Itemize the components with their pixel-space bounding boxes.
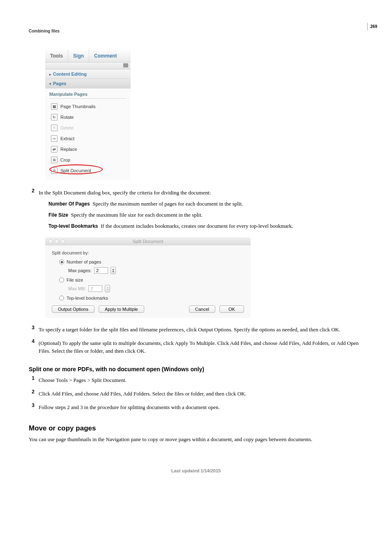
split-document-label: Split Document [60, 168, 91, 173]
tool-delete: ✕Delete [49, 123, 127, 133]
running-header: Combining files [29, 29, 363, 33]
radio-icon [59, 296, 64, 301]
radio-top-level-bookmarks[interactable]: Top-level bookmarks [59, 296, 244, 301]
arrow-right-icon: ▸ [49, 72, 51, 76]
split-no-doc-step-2: 2 Click Add Files, and choose Add Files,… [29, 388, 363, 400]
split-document-icon: ⎘ [51, 167, 58, 174]
tool-crop[interactable]: ⧉Crop [49, 155, 127, 165]
tool-split-document[interactable]: ⎘Split Document [49, 165, 127, 176]
max-mb-stepper: ▲▼ [105, 285, 110, 292]
content-editing-label: Content Editing [53, 72, 87, 76]
step-text: Click Add Files, and choose Add Files, A… [39, 390, 363, 398]
split-no-doc-step-3: 3 Follow steps 2 and 3 in the procedure … [29, 402, 363, 413]
split-no-doc-step-1: 1 Choose Tools > Pages > Split Document. [29, 375, 363, 386]
step-number: 2 [29, 388, 35, 400]
close-icon[interactable] [48, 239, 53, 243]
step-number: 3 [29, 324, 35, 335]
apply-to-multiple-button[interactable]: Apply to Multiple [99, 305, 144, 313]
def-term: Top-level Bookmarks [48, 223, 98, 229]
max-pages-row: Max pages: ▲▼ [68, 267, 244, 274]
def-term: File Size [48, 212, 68, 218]
max-mb-label: Max MB: [68, 286, 86, 291]
replace-label: Replace [60, 147, 77, 152]
def-file-size: File Size Specify the maximum file size … [48, 211, 363, 219]
extract-icon: ⇨ [51, 135, 58, 142]
tool-page-thumbnails[interactable]: ▦Page Thumbnails [49, 101, 127, 112]
tools-tabs: Tools Sign Comment [45, 50, 131, 62]
footer-updated: Last updated 1/14/2015 [29, 468, 363, 473]
step-number: 1 [29, 375, 35, 386]
max-pages-stepper[interactable]: ▲▼ [111, 267, 116, 274]
dialog-title: Split Document [133, 239, 164, 244]
radio-label: Number of pages [67, 259, 101, 264]
window-controls [48, 239, 65, 243]
radio-label: File size [67, 278, 83, 282]
page-thumbnails-label: Page Thumbnails [60, 104, 95, 109]
step-2: 2 In the Split Document dialog box, spec… [29, 187, 363, 233]
step-number: 4 [29, 338, 35, 357]
def-text: If the document includes bookmarks, crea… [101, 223, 293, 229]
zoom-icon[interactable] [61, 239, 65, 243]
step-text: Choose Tools > Pages > Split Document. [39, 377, 363, 384]
dialog-buttons: Output Options Apply to Multiple Cancel … [52, 305, 244, 313]
move-copy-paragraph: You can use page thumbnails in the Navig… [29, 436, 363, 444]
def-bookmarks: Top-level Bookmarks If the document incl… [48, 222, 363, 230]
radio-label: Top-level bookmarks [67, 296, 108, 301]
max-pages-label: Max pages: [68, 268, 92, 273]
output-options-button[interactable]: Output Options [52, 305, 95, 313]
tab-sign[interactable]: Sign [68, 50, 89, 62]
heading-move-copy: Move or copy pages [29, 424, 363, 432]
split-document-dialog: Split Document Split document by: Number… [45, 237, 251, 318]
delete-icon: ✕ [51, 125, 58, 131]
step-text: To specify a target folder for the split… [39, 326, 363, 334]
page-number: 269 [367, 23, 380, 30]
grid-icon [123, 63, 128, 67]
tools-panel-figure: Tools Sign Comment ▸Content Editing ▾Pag… [45, 50, 131, 180]
delete-label: Delete [60, 125, 74, 130]
tool-replace[interactable]: ⇄Replace [49, 144, 127, 155]
step-number: 3 [29, 402, 35, 413]
arrow-down-icon: ▾ [49, 82, 51, 86]
step-text: In the Split Document dialog box, specif… [39, 189, 363, 197]
step-text: (Optional) To apply the same split to mu… [39, 340, 363, 355]
tool-rotate[interactable]: ↻Rotate [49, 112, 127, 123]
split-by-label: Split document by: [52, 250, 244, 255]
extract-label: Extract [60, 136, 74, 141]
replace-icon: ⇄ [51, 146, 58, 153]
rotate-label: Rotate [60, 115, 74, 120]
accordion-pages[interactable]: ▾Pages [45, 79, 131, 88]
radio-icon [59, 278, 64, 282]
radio-file-size[interactable]: File size [59, 278, 244, 282]
step-4: 4 (Optional) To apply the same split to … [29, 338, 363, 357]
accordion-content-editing[interactable]: ▸Content Editing [45, 69, 131, 79]
ok-button[interactable]: OK [219, 305, 244, 313]
tab-comment[interactable]: Comment [89, 50, 122, 62]
manipulate-pages-title: Manipulate Pages [49, 92, 127, 99]
def-text: Specify the maximum file size for each d… [71, 212, 203, 218]
max-mb-row: Max MB: ▲▼ [68, 285, 244, 292]
radio-number-of-pages[interactable]: Number of pages [59, 259, 244, 264]
dialog-body: Split document by: Number of pages Max p… [45, 245, 251, 318]
heading-split-no-doc: Split one or more PDFs, with no document… [29, 366, 363, 372]
step-3: 3 To specify a target folder for the spl… [29, 324, 363, 335]
panel-options-button[interactable] [45, 62, 131, 69]
max-mb-input [88, 285, 102, 292]
dialog-titlebar: Split Document [45, 237, 251, 245]
manipulate-pages-section: Manipulate Pages ▦Page Thumbnails ↻Rotat… [45, 88, 131, 180]
cancel-button[interactable]: Cancel [189, 305, 215, 313]
step-number: 2 [29, 187, 35, 233]
crop-label: Crop [60, 157, 70, 162]
tool-extract[interactable]: ⇨Extract [49, 133, 127, 144]
rotate-icon: ↻ [51, 114, 58, 120]
minimize-icon[interactable] [55, 239, 59, 243]
step-text: Follow steps 2 and 3 in the procedure fo… [39, 404, 363, 412]
tab-tools[interactable]: Tools [45, 50, 68, 62]
radio-icon [59, 259, 64, 264]
def-number-of-pages: Number Of Pages Specify the maximum numb… [48, 200, 363, 208]
max-pages-input[interactable] [94, 267, 108, 274]
crop-icon: ⧉ [51, 157, 58, 163]
def-text: Specify the maximum number of pages for … [92, 201, 243, 207]
def-term: Number Of Pages [48, 201, 90, 207]
pages-label: Pages [53, 81, 66, 86]
page-thumbnails-icon: ▦ [51, 103, 58, 110]
